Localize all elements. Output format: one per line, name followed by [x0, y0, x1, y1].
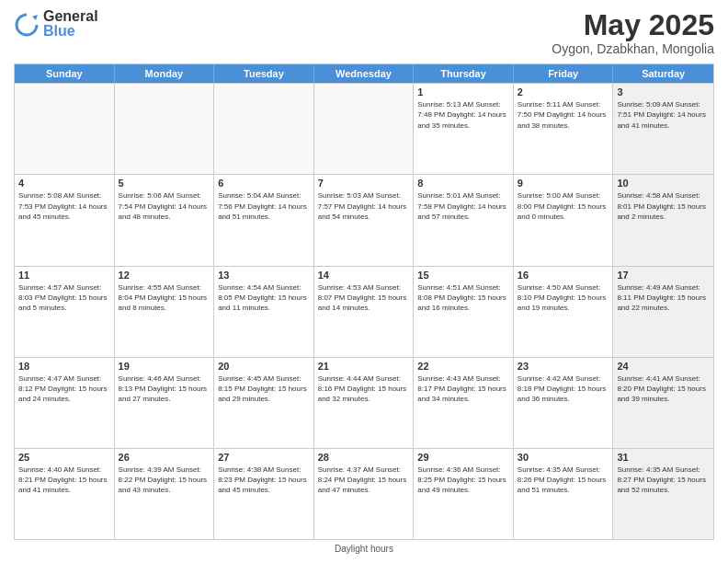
cell-content: Sunrise: 5:04 AM Sunset: 7:56 PM Dayligh…: [218, 190, 310, 222]
footer-note: Daylight hours: [14, 544, 714, 554]
day-number: 7: [318, 178, 410, 189]
day-number: 9: [518, 178, 609, 189]
cell-content: Sunrise: 5:01 AM Sunset: 7:58 PM Dayligh…: [417, 190, 509, 222]
day-number: 6: [218, 178, 310, 189]
cal-cell-day-1: 1Sunrise: 5:13 AM Sunset: 7:48 PM Daylig…: [414, 84, 514, 174]
calendar-header-row: SundayMondayTuesdayWednesdayThursdayFrid…: [15, 64, 713, 83]
logo-icon: [14, 11, 40, 37]
cell-content: Sunrise: 4:35 AM Sunset: 8:26 PM Dayligh…: [518, 465, 609, 496]
cell-content: Sunrise: 4:37 AM Sunset: 8:24 PM Dayligh…: [318, 465, 410, 496]
day-number: 29: [417, 452, 509, 463]
cal-header-saturday: Saturday: [613, 64, 713, 83]
cell-content: Sunrise: 4:39 AM Sunset: 8:22 PM Dayligh…: [119, 465, 210, 496]
cell-content: Sunrise: 4:49 AM Sunset: 8:11 PM Dayligh…: [617, 282, 710, 314]
day-number: 20: [218, 361, 310, 372]
cal-header-friday: Friday: [514, 64, 614, 83]
cal-cell-day-2: 2Sunrise: 5:11 AM Sunset: 7:50 PM Daylig…: [514, 84, 614, 174]
cell-content: Sunrise: 4:46 AM Sunset: 8:13 PM Dayligh…: [119, 373, 210, 405]
calendar: SundayMondayTuesdayWednesdayThursdayFrid…: [14, 63, 714, 540]
cal-cell-day-31: 31Sunrise: 4:35 AM Sunset: 8:27 PM Dayli…: [613, 449, 713, 539]
day-number: 27: [218, 452, 310, 463]
cal-cell-day-10: 10Sunrise: 4:58 AM Sunset: 8:01 PM Dayli…: [613, 175, 713, 265]
cal-cell-day-22: 22Sunrise: 4:43 AM Sunset: 8:17 PM Dayli…: [414, 358, 514, 448]
cal-cell-day-26: 26Sunrise: 4:39 AM Sunset: 8:22 PM Dayli…: [115, 449, 215, 539]
subtitle: Oygon, Dzabkhan, Mongolia: [552, 41, 714, 56]
cell-content: Sunrise: 5:08 AM Sunset: 7:53 PM Dayligh…: [18, 190, 110, 222]
cal-cell-day-14: 14Sunrise: 4:53 AM Sunset: 8:07 PM Dayli…: [314, 267, 415, 357]
cal-cell-day-28: 28Sunrise: 4:37 AM Sunset: 8:24 PM Dayli…: [314, 449, 415, 539]
cell-content: Sunrise: 4:42 AM Sunset: 8:18 PM Dayligh…: [518, 373, 609, 405]
cell-content: Sunrise: 5:13 AM Sunset: 7:48 PM Dayligh…: [417, 99, 509, 131]
cal-cell-day-9: 9Sunrise: 5:00 AM Sunset: 8:00 PM Daylig…: [514, 175, 614, 265]
logo: General Blue: [14, 9, 98, 39]
cell-content: Sunrise: 4:38 AM Sunset: 8:23 PM Dayligh…: [218, 465, 310, 496]
calendar-body: 1Sunrise: 5:13 AM Sunset: 7:48 PM Daylig…: [15, 83, 713, 539]
cal-header-wednesday: Wednesday: [314, 64, 415, 83]
cell-content: Sunrise: 5:00 AM Sunset: 8:00 PM Dayligh…: [518, 190, 609, 222]
day-number: 8: [417, 178, 509, 189]
cal-header-sunday: Sunday: [15, 64, 115, 83]
cal-cell-day-18: 18Sunrise: 4:47 AM Sunset: 8:12 PM Dayli…: [15, 358, 115, 448]
cal-cell-empty: [314, 84, 415, 174]
cal-cell-day-13: 13Sunrise: 4:54 AM Sunset: 8:05 PM Dayli…: [214, 267, 314, 357]
day-number: 23: [518, 361, 609, 372]
cell-content: Sunrise: 5:11 AM Sunset: 7:50 PM Dayligh…: [518, 99, 609, 131]
cal-cell-day-3: 3Sunrise: 5:09 AM Sunset: 7:51 PM Daylig…: [613, 84, 713, 174]
cal-cell-day-12: 12Sunrise: 4:55 AM Sunset: 8:04 PM Dayli…: [115, 267, 215, 357]
day-number: 28: [318, 452, 410, 463]
day-number: 16: [518, 270, 609, 281]
cell-content: Sunrise: 4:41 AM Sunset: 8:20 PM Dayligh…: [617, 373, 710, 405]
cal-cell-day-7: 7Sunrise: 5:03 AM Sunset: 7:57 PM Daylig…: [314, 175, 415, 265]
logo-general-text: General: [43, 9, 98, 24]
cal-cell-day-21: 21Sunrise: 4:44 AM Sunset: 8:16 PM Dayli…: [314, 358, 415, 448]
day-number: 26: [119, 452, 210, 463]
cell-content: Sunrise: 4:43 AM Sunset: 8:17 PM Dayligh…: [417, 373, 509, 405]
cal-cell-day-6: 6Sunrise: 5:04 AM Sunset: 7:56 PM Daylig…: [214, 175, 314, 265]
cell-content: Sunrise: 4:45 AM Sunset: 8:15 PM Dayligh…: [218, 373, 310, 405]
cal-cell-day-20: 20Sunrise: 4:45 AM Sunset: 8:15 PM Dayli…: [214, 358, 314, 448]
cell-content: Sunrise: 4:55 AM Sunset: 8:04 PM Dayligh…: [119, 282, 210, 314]
cal-week-2: 4Sunrise: 5:08 AM Sunset: 7:53 PM Daylig…: [15, 174, 713, 265]
day-number: 19: [119, 361, 210, 372]
cal-week-3: 11Sunrise: 4:57 AM Sunset: 8:03 PM Dayli…: [15, 266, 713, 357]
cell-content: Sunrise: 5:03 AM Sunset: 7:57 PM Dayligh…: [318, 190, 410, 222]
cal-cell-day-15: 15Sunrise: 4:51 AM Sunset: 8:08 PM Dayli…: [414, 267, 514, 357]
cal-header-tuesday: Tuesday: [214, 64, 314, 83]
cal-cell-empty: [15, 84, 115, 174]
title-block: May 2025 Oygon, Dzabkhan, Mongolia: [552, 9, 714, 56]
main-title: May 2025: [552, 9, 714, 41]
cell-content: Sunrise: 5:09 AM Sunset: 7:51 PM Dayligh…: [617, 99, 710, 131]
day-number: 11: [18, 270, 110, 281]
cal-cell-day-23: 23Sunrise: 4:42 AM Sunset: 8:18 PM Dayli…: [514, 358, 614, 448]
day-number: 22: [417, 361, 509, 372]
cal-cell-empty: [115, 84, 215, 174]
cell-content: Sunrise: 4:50 AM Sunset: 8:10 PM Dayligh…: [518, 282, 609, 314]
cal-week-5: 25Sunrise: 4:40 AM Sunset: 8:21 PM Dayli…: [15, 448, 713, 539]
day-number: 17: [617, 270, 710, 281]
cal-header-thursday: Thursday: [414, 64, 514, 83]
cal-cell-day-25: 25Sunrise: 4:40 AM Sunset: 8:21 PM Dayli…: [15, 449, 115, 539]
day-number: 2: [518, 86, 609, 98]
cal-cell-day-27: 27Sunrise: 4:38 AM Sunset: 8:23 PM Dayli…: [214, 449, 314, 539]
day-number: 4: [18, 178, 110, 189]
day-number: 30: [518, 452, 609, 463]
day-number: 12: [119, 270, 210, 281]
cell-content: Sunrise: 4:51 AM Sunset: 8:08 PM Dayligh…: [417, 282, 509, 314]
cal-cell-day-19: 19Sunrise: 4:46 AM Sunset: 8:13 PM Dayli…: [115, 358, 215, 448]
day-number: 21: [318, 361, 410, 372]
cal-cell-day-17: 17Sunrise: 4:49 AM Sunset: 8:11 PM Dayli…: [613, 267, 713, 357]
cell-content: Sunrise: 4:54 AM Sunset: 8:05 PM Dayligh…: [218, 282, 310, 314]
cell-content: Sunrise: 4:47 AM Sunset: 8:12 PM Dayligh…: [18, 373, 110, 405]
cal-cell-day-30: 30Sunrise: 4:35 AM Sunset: 8:26 PM Dayli…: [514, 449, 614, 539]
cal-cell-day-5: 5Sunrise: 5:06 AM Sunset: 7:54 PM Daylig…: [115, 175, 215, 265]
day-number: 13: [218, 270, 310, 281]
page: General Blue May 2025 Oygon, Dzabkhan, M…: [0, 0, 728, 563]
day-number: 24: [617, 361, 710, 372]
cal-cell-day-29: 29Sunrise: 4:36 AM Sunset: 8:25 PM Dayli…: [414, 449, 514, 539]
cell-content: Sunrise: 4:36 AM Sunset: 8:25 PM Dayligh…: [417, 465, 509, 496]
cell-content: Sunrise: 4:53 AM Sunset: 8:07 PM Dayligh…: [318, 282, 410, 314]
cal-cell-day-8: 8Sunrise: 5:01 AM Sunset: 7:58 PM Daylig…: [414, 175, 514, 265]
header: General Blue May 2025 Oygon, Dzabkhan, M…: [14, 9, 714, 56]
cal-week-4: 18Sunrise: 4:47 AM Sunset: 8:12 PM Dayli…: [15, 357, 713, 448]
day-number: 18: [18, 361, 110, 372]
